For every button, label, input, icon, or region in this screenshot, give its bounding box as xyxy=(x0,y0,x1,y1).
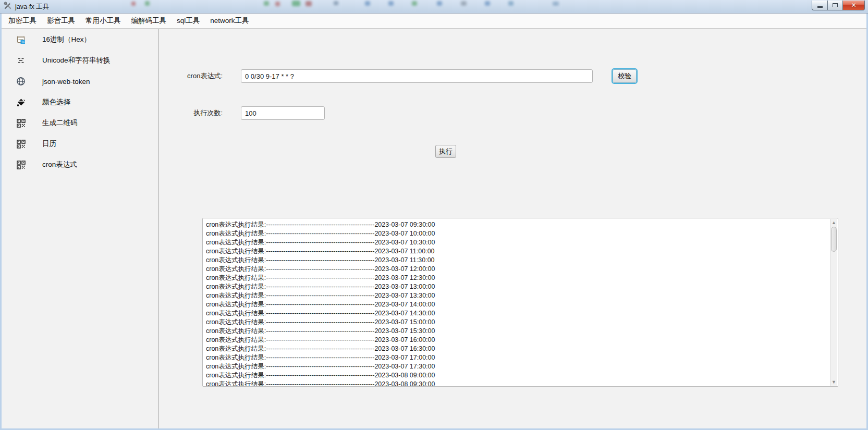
desktop-showthrough xyxy=(508,1,514,6)
desktop-showthrough xyxy=(485,1,490,6)
results-scrollbar[interactable]: ▲ ▼ xyxy=(830,219,837,386)
globe-icon xyxy=(16,76,26,87)
result-line: cron表达式执行结果:----------------------------… xyxy=(206,220,830,229)
scrollbar-thumb[interactable] xyxy=(831,227,837,252)
result-line: cron表达式执行结果:----------------------------… xyxy=(206,247,830,256)
desktop-showthrough xyxy=(388,1,394,6)
scroll-down-icon[interactable]: ▼ xyxy=(830,378,837,386)
minimize-button[interactable] xyxy=(812,1,827,10)
desktop-showthrough xyxy=(305,1,312,6)
sidebar-item[interactable]: 16 16进制（Hex） xyxy=(2,29,158,50)
desktop-showthrough xyxy=(131,2,136,6)
cron-expression-input[interactable] xyxy=(241,69,593,83)
sidebar-item-label: 生成二维码 xyxy=(42,118,78,128)
main-pane: cron表达式: 校验 执行次数: 执行 cron表达式执行结果:-------… xyxy=(160,29,866,428)
cron-expression-label: cron表达式: xyxy=(160,69,223,83)
desktop-showthrough xyxy=(365,1,370,6)
close-button[interactable]: ✕ xyxy=(843,1,865,10)
sidebar-item[interactable]: cron表达式 xyxy=(2,154,158,175)
window-controls: ✕ xyxy=(812,1,865,10)
run-button[interactable]: 执行 xyxy=(435,145,456,158)
verify-button[interactable]: 校验 xyxy=(613,69,637,83)
unicode-icon xyxy=(16,55,26,66)
result-line: cron表达式执行结果:----------------------------… xyxy=(206,345,830,353)
maximize-button[interactable] xyxy=(827,1,843,10)
color-picker-icon xyxy=(16,97,26,107)
result-line: cron表达式执行结果:----------------------------… xyxy=(206,238,830,247)
qr-icon xyxy=(16,118,26,128)
app-window: java-fx 工具 ✕ 加密工具影音工具常用小工具编解码工具sql工具netw… xyxy=(0,0,868,430)
menu-item-5[interactable]: network工具 xyxy=(205,14,254,28)
maximize-icon xyxy=(833,3,838,7)
sidebar-item-label: json-web-token xyxy=(42,78,90,85)
result-line: cron表达式执行结果:----------------------------… xyxy=(206,229,830,238)
desktop-showthrough xyxy=(437,1,442,6)
run-count-input[interactable] xyxy=(241,106,325,120)
window-title: java-fx 工具 xyxy=(15,3,49,11)
menu-item-0[interactable]: 加密工具 xyxy=(3,14,42,28)
client-area: 加密工具影音工具常用小工具编解码工具sql工具network工具 16 16进制… xyxy=(0,14,868,430)
sidebar-item[interactable]: 日历 xyxy=(2,133,158,154)
crossed-tools-icon xyxy=(4,2,12,12)
result-line: cron表达式执行结果:----------------------------… xyxy=(206,282,830,291)
result-line: cron表达式执行结果:----------------------------… xyxy=(206,327,830,336)
qr-icon xyxy=(16,159,26,170)
result-line: cron表达式执行结果:----------------------------… xyxy=(206,371,830,380)
desktop-showthrough xyxy=(292,1,300,6)
result-line: cron表达式执行结果:----------------------------… xyxy=(206,256,830,265)
desktop-showthrough xyxy=(553,2,559,6)
menubar: 加密工具影音工具常用小工具编解码工具sql工具network工具 xyxy=(2,14,866,29)
minimize-icon xyxy=(817,6,823,8)
sidebar-item-label: Unicode和字符串转换 xyxy=(42,56,111,65)
desktop-showthrough xyxy=(412,1,417,6)
desktop-showthrough xyxy=(334,1,338,5)
sidebar-item[interactable]: Unicode和字符串转换 xyxy=(2,50,158,71)
result-line: cron表达式执行结果:----------------------------… xyxy=(206,380,830,386)
desktop-showthrough xyxy=(461,1,467,6)
result-line: cron表达式执行结果:----------------------------… xyxy=(206,309,830,318)
sidebar-item[interactable]: json-web-token xyxy=(2,71,158,92)
result-line: cron表达式执行结果:----------------------------… xyxy=(206,265,830,274)
desktop-showthrough xyxy=(264,1,269,6)
scroll-up-icon[interactable]: ▲ xyxy=(830,219,837,226)
sidebar-item-label: 16进制（Hex） xyxy=(42,35,91,44)
svg-text:16: 16 xyxy=(21,40,25,43)
sidebar-item[interactable]: 颜色选择 xyxy=(2,92,158,113)
results-lines: cron表达式执行结果:----------------------------… xyxy=(203,218,830,386)
menu-item-1[interactable]: 影音工具 xyxy=(42,14,80,28)
result-line: cron表达式执行结果:----------------------------… xyxy=(206,318,830,327)
sidebar-item-label: 日历 xyxy=(42,139,56,149)
desktop-showthrough xyxy=(275,2,280,6)
hex-icon: 16 xyxy=(16,34,26,45)
close-icon: ✕ xyxy=(851,2,856,8)
titlebar[interactable]: java-fx 工具 ✕ xyxy=(0,0,868,14)
sidebar-item[interactable]: 生成二维码 xyxy=(2,113,158,133)
results-textarea[interactable]: cron表达式执行结果:----------------------------… xyxy=(202,218,838,387)
result-line: cron表达式执行结果:----------------------------… xyxy=(206,291,830,300)
result-line: cron表达式执行结果:----------------------------… xyxy=(206,274,830,282)
desktop-showthrough xyxy=(145,1,150,6)
result-line: cron表达式执行结果:----------------------------… xyxy=(206,336,830,345)
run-count-label: 执行次数: xyxy=(160,106,223,120)
result-line: cron表达式执行结果:----------------------------… xyxy=(206,353,830,362)
menu-item-4[interactable]: sql工具 xyxy=(172,14,205,28)
result-line: cron表达式执行结果:----------------------------… xyxy=(206,300,830,309)
result-line: cron表达式执行结果:----------------------------… xyxy=(206,362,830,371)
menu-item-3[interactable]: 编解码工具 xyxy=(126,14,172,28)
qr-icon xyxy=(16,139,26,149)
sidebar-item-label: 颜色选择 xyxy=(42,97,70,107)
sidebar-item-label: cron表达式 xyxy=(42,160,77,169)
menu-item-2[interactable]: 常用小工具 xyxy=(80,14,126,28)
sidebar: 16 16进制（Hex） Unicode和字符串转换 json-web-toke… xyxy=(2,29,159,428)
